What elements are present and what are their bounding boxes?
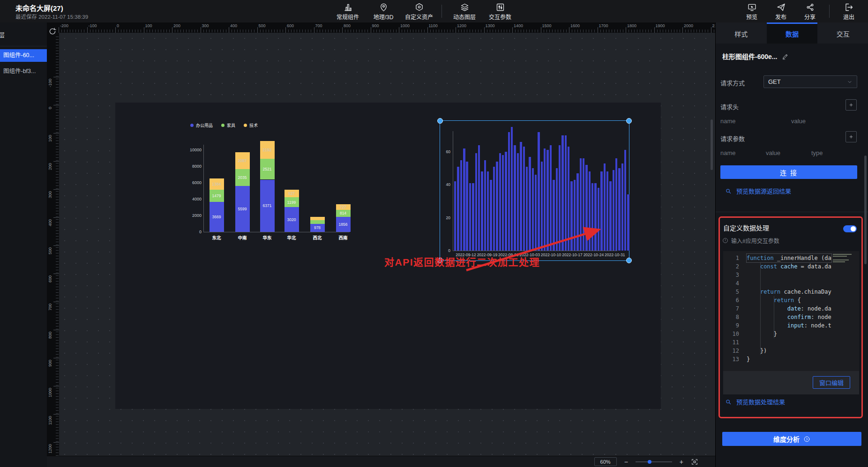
code-line-number: 4: [723, 279, 739, 288]
dimension-analysis-button[interactable]: 维度分析: [722, 432, 861, 446]
y-axis-tick-label: 6000: [186, 180, 202, 185]
bar: [493, 167, 495, 251]
bar: [561, 135, 563, 251]
code-editor[interactable]: 1function _innerHandle (da2 const cache …: [723, 251, 859, 371]
window-edit-button[interactable]: 窗口编辑: [813, 376, 850, 389]
zoom-slider[interactable]: [636, 461, 672, 462]
preview-source-link[interactable]: 预览数据源返回结果: [725, 186, 791, 195]
toolbar-item-custom-assets[interactable]: 自定义资产: [401, 2, 437, 21]
custom-data-processing-toggle[interactable]: [843, 225, 857, 232]
code-line: }: [747, 330, 777, 338]
tab-data[interactable]: 数据: [767, 22, 818, 44]
toolbar-item-geo-3d[interactable]: 地理/3D: [366, 2, 401, 21]
ruler-tick: [53, 274, 59, 274]
ruler-tick-label: 1300: [486, 23, 495, 28]
code-token: function: [747, 255, 774, 261]
ruler-tick: [53, 133, 59, 133]
add-header-button[interactable]: [846, 99, 857, 111]
zoom-level-box[interactable]: 60%: [594, 457, 617, 466]
bar: [457, 167, 459, 251]
bar-segment: 6371: [260, 180, 275, 232]
selection-handle[interactable]: [626, 258, 632, 263]
bar: [613, 170, 614, 251]
canvas-workspace[interactable]: 办公用品家具技术02000400060008000100003669147913…: [59, 33, 715, 467]
code-token: date: [787, 305, 801, 312]
add-param-button[interactable]: [846, 131, 857, 142]
tab-style[interactable]: 样式: [716, 22, 767, 44]
request-headers-label: 请求头: [720, 102, 739, 111]
ruler-tick-label: 400: [48, 219, 52, 226]
ruler-tick-label: 200: [173, 23, 180, 28]
layers-header: 图层: [0, 22, 47, 46]
ruler-tick: [654, 27, 655, 33]
stacked-bar-chart-widget[interactable]: 办公用品家具技术02000400060008000100003669147913…: [186, 121, 354, 249]
ruler-tick-label: 2000: [684, 23, 693, 28]
ruler-tick: [598, 27, 598, 33]
y-axis-tick-label: 0: [186, 230, 202, 234]
tab-interaction[interactable]: 交互: [817, 22, 868, 44]
panel-scrollbar[interactable]: [864, 156, 867, 264]
bar: [553, 180, 554, 251]
selection-handle[interactable]: [626, 118, 632, 124]
bar: [475, 153, 477, 251]
preview-source-label: 预览数据源返回结果: [736, 186, 791, 195]
bar-segment: [310, 217, 325, 220]
bar: [460, 160, 462, 251]
request-method-select[interactable]: GET: [763, 75, 857, 88]
layers-sidebar: 图层 图组件-60... 图组件-bf3...: [0, 22, 47, 467]
legend-item: 技术: [244, 122, 258, 128]
bar: [523, 147, 525, 251]
header-col-value: value: [791, 118, 806, 125]
zoom-out-button[interactable]: −: [624, 459, 628, 465]
ruler-tick: [53, 358, 59, 358]
edit-pencil-icon[interactable]: [782, 53, 789, 60]
zoom-slider-thumb[interactable]: [648, 460, 651, 464]
legend-swatch: [244, 124, 247, 127]
toolbar-item-label: 地理/3D: [374, 13, 394, 21]
bar-segment: 1199: [284, 197, 299, 207]
preview-button[interactable]: 预览: [737, 2, 766, 21]
settings-panel: 样式 数据 交互 柱形图组件-600e... 请求方式 GET 请求头 name…: [715, 22, 868, 467]
bar-segment: 814: [336, 210, 351, 216]
toolbar-item-interactive-params[interactable]: 交互参数: [482, 2, 518, 21]
chart-legend: 办公用品家具技术: [190, 122, 258, 128]
selection-handle[interactable]: [437, 118, 443, 124]
x-axis-category-label: 华北: [278, 234, 305, 241]
ruler-tick: [53, 414, 59, 415]
toolbar-separator: [441, 5, 442, 18]
ruler-tick-label: 1900: [656, 23, 665, 28]
publish-button[interactable]: 发布: [766, 2, 795, 21]
bar: [541, 162, 543, 251]
ruler-tick-label: 100: [145, 23, 152, 28]
bar: [559, 145, 561, 251]
code-line-number: 2: [723, 262, 739, 271]
layer-item-selected[interactable]: 图组件-60...: [0, 49, 47, 62]
code-token: const: [760, 263, 777, 270]
toolbar-item-common-components[interactable]: 常规组件: [330, 2, 366, 21]
ruler-tick-label: -200: [60, 23, 68, 28]
layer-item[interactable]: 图组件-bf3...: [0, 65, 47, 78]
canvas-scrollbar[interactable]: [711, 119, 713, 170]
bar: [544, 148, 546, 251]
connect-button[interactable]: 连 接: [720, 165, 857, 179]
bar: [463, 148, 465, 251]
y-axis-line: [453, 131, 453, 251]
fit-screen-icon[interactable]: [691, 458, 698, 466]
bar: [600, 171, 602, 251]
toolbar-item-dynamic-layers[interactable]: 动态图层: [447, 2, 482, 21]
code-token: }: [747, 356, 750, 363]
exit-button[interactable]: 退出: [834, 2, 863, 21]
ruler-tick: [484, 27, 485, 33]
bar: [583, 158, 584, 251]
ruler-tick: [314, 27, 314, 33]
preview-result-link[interactable]: 预览数据处理结果: [725, 397, 785, 406]
reset-view-icon[interactable]: [48, 27, 57, 36]
bar: [520, 142, 522, 251]
bar: [490, 180, 492, 251]
zoom-in-button[interactable]: +: [680, 459, 683, 465]
daily-bar-chart-widget-selected[interactable]: 02040602022-09-122022-09-192022-09-26202…: [440, 120, 629, 261]
last-saved-text: 最近保存 2022-11-07 15:38:39: [15, 13, 88, 20]
code-token: [747, 297, 774, 304]
ruler-tick-label: 1800: [627, 23, 636, 28]
share-button[interactable]: 分享: [795, 2, 824, 21]
